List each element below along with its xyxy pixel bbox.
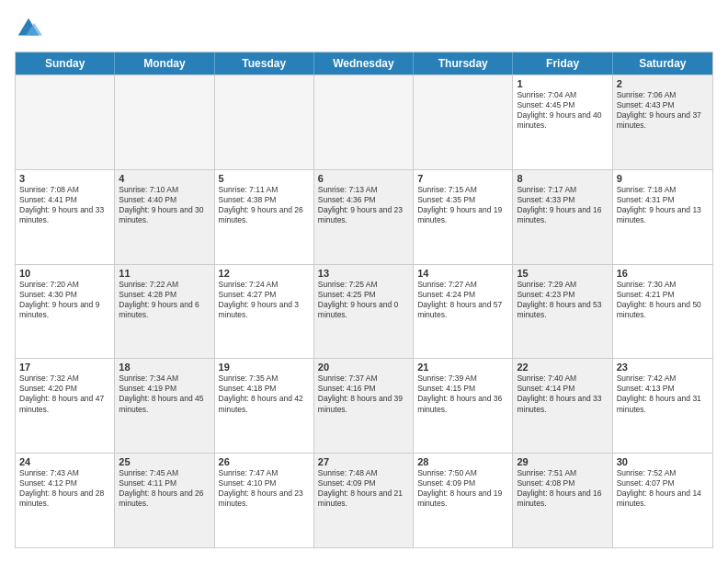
cal-cell: 12Sunrise: 7:24 AM Sunset: 4:27 PM Dayli… — [215, 265, 314, 359]
cell-info: Sunrise: 7:40 AM Sunset: 4:14 PM Dayligh… — [517, 373, 608, 414]
cal-cell — [414, 75, 513, 169]
page: SundayMondayTuesdayWednesdayThursdayFrid… — [0, 0, 728, 563]
cal-cell: 2Sunrise: 7:06 AM Sunset: 4:43 PM Daylig… — [613, 75, 712, 169]
cal-cell: 19Sunrise: 7:35 AM Sunset: 4:18 PM Dayli… — [215, 359, 314, 453]
day-header-wednesday: Wednesday — [314, 52, 414, 75]
day-number: 18 — [119, 362, 210, 373]
day-number: 26 — [219, 456, 310, 467]
day-number: 12 — [219, 268, 310, 279]
day-number: 3 — [19, 173, 110, 184]
day-header-sunday: Sunday — [16, 52, 115, 75]
week-row-5: 24Sunrise: 7:43 AM Sunset: 4:12 PM Dayli… — [16, 453, 712, 547]
cell-info: Sunrise: 7:18 AM Sunset: 4:31 PM Dayligh… — [617, 185, 709, 225]
cal-cell: 20Sunrise: 7:37 AM Sunset: 4:16 PM Dayli… — [314, 359, 414, 453]
cal-cell: 4Sunrise: 7:10 AM Sunset: 4:40 PM Daylig… — [115, 170, 214, 264]
cell-info: Sunrise: 7:13 AM Sunset: 4:36 PM Dayligh… — [318, 185, 409, 225]
cal-cell: 18Sunrise: 7:34 AM Sunset: 4:19 PM Dayli… — [115, 359, 214, 453]
cell-info: Sunrise: 7:34 AM Sunset: 4:19 PM Dayligh… — [119, 373, 210, 414]
cal-cell: 29Sunrise: 7:51 AM Sunset: 4:08 PM Dayli… — [513, 454, 612, 547]
day-number: 27 — [318, 456, 409, 467]
day-number: 9 — [617, 173, 709, 184]
cal-cell — [314, 75, 414, 169]
cell-info: Sunrise: 7:42 AM Sunset: 4:13 PM Dayligh… — [617, 373, 709, 414]
cal-cell: 15Sunrise: 7:29 AM Sunset: 4:23 PM Dayli… — [513, 265, 612, 359]
cell-info: Sunrise: 7:30 AM Sunset: 4:21 PM Dayligh… — [617, 280, 709, 320]
cell-info: Sunrise: 7:32 AM Sunset: 4:20 PM Dayligh… — [19, 373, 110, 414]
cal-cell: 10Sunrise: 7:20 AM Sunset: 4:30 PM Dayli… — [16, 265, 115, 359]
cal-cell: 27Sunrise: 7:48 AM Sunset: 4:09 PM Dayli… — [314, 454, 414, 547]
day-number: 6 — [318, 173, 409, 184]
day-header-tuesday: Tuesday — [215, 52, 314, 75]
cell-info: Sunrise: 7:11 AM Sunset: 4:38 PM Dayligh… — [219, 185, 310, 225]
day-number: 5 — [219, 173, 310, 184]
cell-info: Sunrise: 7:22 AM Sunset: 4:28 PM Dayligh… — [119, 280, 210, 320]
logo — [15, 15, 46, 42]
day-number: 29 — [517, 456, 608, 467]
day-number: 7 — [417, 173, 508, 184]
cal-cell: 8Sunrise: 7:17 AM Sunset: 4:33 PM Daylig… — [513, 170, 612, 264]
day-number: 2 — [617, 78, 709, 89]
day-number: 17 — [19, 362, 110, 373]
cal-cell: 13Sunrise: 7:25 AM Sunset: 4:25 PM Dayli… — [314, 265, 414, 359]
cal-cell: 9Sunrise: 7:18 AM Sunset: 4:31 PM Daylig… — [613, 170, 712, 264]
day-number: 22 — [517, 362, 608, 373]
cell-info: Sunrise: 7:35 AM Sunset: 4:18 PM Dayligh… — [219, 373, 310, 414]
cell-info: Sunrise: 7:29 AM Sunset: 4:23 PM Dayligh… — [517, 280, 608, 320]
day-number: 1 — [517, 78, 608, 89]
day-header-friday: Friday — [513, 52, 612, 75]
cell-info: Sunrise: 7:24 AM Sunset: 4:27 PM Dayligh… — [219, 280, 310, 320]
cell-info: Sunrise: 7:51 AM Sunset: 4:08 PM Dayligh… — [517, 468, 608, 509]
day-number: 8 — [517, 173, 608, 184]
cal-cell: 22Sunrise: 7:40 AM Sunset: 4:14 PM Dayli… — [513, 359, 612, 453]
day-number: 10 — [19, 268, 110, 279]
cal-cell: 23Sunrise: 7:42 AM Sunset: 4:13 PM Dayli… — [613, 359, 712, 453]
day-number: 16 — [617, 268, 709, 279]
day-number: 24 — [19, 456, 110, 467]
cal-cell: 26Sunrise: 7:47 AM Sunset: 4:10 PM Dayli… — [215, 454, 314, 547]
day-header-saturday: Saturday — [613, 52, 712, 75]
logo-icon — [15, 15, 42, 42]
cell-info: Sunrise: 7:17 AM Sunset: 4:33 PM Dayligh… — [517, 185, 608, 225]
cal-cell: 6Sunrise: 7:13 AM Sunset: 4:36 PM Daylig… — [314, 170, 414, 264]
day-number: 30 — [617, 456, 709, 467]
cell-info: Sunrise: 7:15 AM Sunset: 4:35 PM Dayligh… — [417, 185, 508, 225]
cell-info: Sunrise: 7:50 AM Sunset: 4:09 PM Dayligh… — [417, 468, 508, 509]
cell-info: Sunrise: 7:25 AM Sunset: 4:25 PM Dayligh… — [318, 280, 409, 320]
cell-info: Sunrise: 7:27 AM Sunset: 4:24 PM Dayligh… — [417, 280, 508, 320]
day-header-monday: Monday — [115, 52, 214, 75]
calendar-header: SundayMondayTuesdayWednesdayThursdayFrid… — [16, 52, 712, 75]
cal-cell — [215, 75, 314, 169]
cell-info: Sunrise: 7:52 AM Sunset: 4:07 PM Dayligh… — [617, 468, 709, 509]
cal-cell: 28Sunrise: 7:50 AM Sunset: 4:09 PM Dayli… — [414, 454, 513, 547]
cal-cell: 11Sunrise: 7:22 AM Sunset: 4:28 PM Dayli… — [115, 265, 214, 359]
cell-info: Sunrise: 7:06 AM Sunset: 4:43 PM Dayligh… — [617, 90, 709, 131]
week-row-3: 10Sunrise: 7:20 AM Sunset: 4:30 PM Dayli… — [16, 264, 712, 359]
cal-cell: 24Sunrise: 7:43 AM Sunset: 4:12 PM Dayli… — [16, 454, 115, 547]
cell-info: Sunrise: 7:20 AM Sunset: 4:30 PM Dayligh… — [19, 280, 110, 320]
cal-cell: 17Sunrise: 7:32 AM Sunset: 4:20 PM Dayli… — [16, 359, 115, 453]
day-number: 25 — [119, 456, 210, 467]
cell-info: Sunrise: 7:47 AM Sunset: 4:10 PM Dayligh… — [219, 468, 310, 509]
header — [15, 15, 713, 42]
day-header-thursday: Thursday — [414, 52, 513, 75]
cal-cell: 5Sunrise: 7:11 AM Sunset: 4:38 PM Daylig… — [215, 170, 314, 264]
calendar-body: 1Sunrise: 7:04 AM Sunset: 4:45 PM Daylig… — [16, 75, 712, 547]
day-number: 21 — [417, 362, 508, 373]
day-number: 20 — [318, 362, 409, 373]
day-number: 14 — [417, 268, 508, 279]
day-number: 19 — [219, 362, 310, 373]
cal-cell: 7Sunrise: 7:15 AM Sunset: 4:35 PM Daylig… — [414, 170, 513, 264]
cell-info: Sunrise: 7:48 AM Sunset: 4:09 PM Dayligh… — [318, 468, 409, 509]
week-row-1: 1Sunrise: 7:04 AM Sunset: 4:45 PM Daylig… — [16, 75, 712, 169]
cal-cell: 30Sunrise: 7:52 AM Sunset: 4:07 PM Dayli… — [613, 454, 712, 547]
cell-info: Sunrise: 7:37 AM Sunset: 4:16 PM Dayligh… — [318, 373, 409, 414]
day-number: 15 — [517, 268, 608, 279]
cal-cell: 21Sunrise: 7:39 AM Sunset: 4:15 PM Dayli… — [414, 359, 513, 453]
week-row-2: 3Sunrise: 7:08 AM Sunset: 4:41 PM Daylig… — [16, 169, 712, 264]
day-number: 28 — [417, 456, 508, 467]
cell-info: Sunrise: 7:04 AM Sunset: 4:45 PM Dayligh… — [517, 90, 608, 131]
cal-cell: 14Sunrise: 7:27 AM Sunset: 4:24 PM Dayli… — [414, 265, 513, 359]
cell-info: Sunrise: 7:10 AM Sunset: 4:40 PM Dayligh… — [119, 185, 210, 225]
cal-cell — [16, 75, 115, 169]
cal-cell: 1Sunrise: 7:04 AM Sunset: 4:45 PM Daylig… — [513, 75, 612, 169]
